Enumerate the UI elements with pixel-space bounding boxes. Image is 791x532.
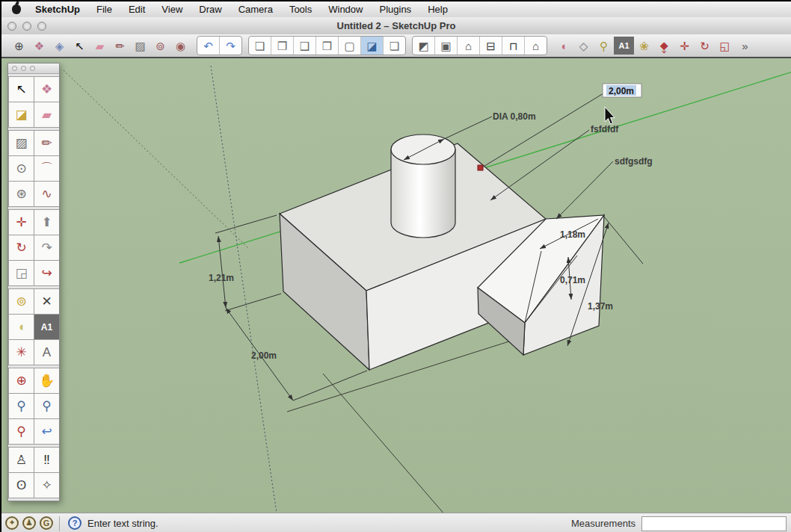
note1-label[interactable]: fsfdfdf xyxy=(591,124,619,134)
axes-tool-icon[interactable]: ✳ xyxy=(9,340,34,365)
view-back-icon[interactable]: ⊟ xyxy=(480,37,502,55)
menu-item-plugins[interactable]: Plugins xyxy=(371,1,419,17)
rotate-tool-icon[interactable]: ↻ xyxy=(9,235,34,260)
look-around-tool-icon[interactable]: ʘ xyxy=(9,473,34,498)
make-component-icon[interactable]: ❖ xyxy=(29,37,49,55)
menu-item-help[interactable]: Help xyxy=(419,1,456,17)
menu-item-file[interactable]: File xyxy=(88,1,120,17)
view-front-icon[interactable]: ⌂ xyxy=(458,37,480,55)
paint-bucket-tool-icon[interactable]: ◪ xyxy=(9,102,34,127)
dim-137-label[interactable]: 1,37m xyxy=(588,301,613,312)
follow-me-tool-icon[interactable]: ↷ xyxy=(34,235,59,260)
position-camera-tool-icon[interactable]: ♙ xyxy=(9,448,34,472)
move-tool-icon[interactable]: ✛ xyxy=(9,210,34,235)
menu-item-window[interactable]: Window xyxy=(320,1,371,17)
menu-item-view[interactable]: View xyxy=(153,1,191,17)
palette-minimize-icon[interactable] xyxy=(21,66,26,71)
scale-tool-icon[interactable]: ◲ xyxy=(9,261,34,285)
palette-close-icon[interactable] xyxy=(12,66,17,71)
push-pull-tool-icon[interactable]: ⬆ xyxy=(34,210,59,235)
freehand-tool-icon[interactable]: ∿ xyxy=(34,182,59,206)
palette-title-bar[interactable] xyxy=(8,64,59,74)
redo-icon[interactable]: ↷ xyxy=(220,37,241,55)
eraser-icon[interactable]: ▰ xyxy=(90,37,110,55)
zoom-tool-icon[interactable]: ⚲ xyxy=(594,37,614,55)
section-plane-icon[interactable]: ◇ xyxy=(573,37,594,55)
style-xray-icon[interactable]: ◪ xyxy=(361,37,384,55)
paint-styles-icon[interactable]: ❀ xyxy=(634,37,654,55)
circle-tool-icon[interactable]: ⊙ xyxy=(9,156,34,181)
style-monochrome-icon[interactable]: ▢ xyxy=(339,37,361,55)
model-scene[interactable]: DIA 0,80m fsfdfdf sdfgsdfg 1,18m 0,71m 1… xyxy=(1,58,791,513)
measurements-input[interactable] xyxy=(641,516,787,531)
polygon-tool-icon[interactable]: ⊛ xyxy=(9,182,34,206)
palette-zoom-icon[interactable] xyxy=(30,66,35,71)
text-edit-value[interactable]: 2,00m xyxy=(609,86,634,96)
menu-item-camera[interactable]: Camera xyxy=(230,1,281,17)
protractor-tool-icon[interactable]: ◖ xyxy=(9,315,34,339)
note2-label[interactable]: sdfgsdfg xyxy=(615,156,653,167)
component-browser-icon[interactable]: ◈ xyxy=(49,37,70,55)
menu-item-draw[interactable]: Draw xyxy=(191,1,230,17)
section-compass-tool-icon[interactable]: ✧ xyxy=(34,473,59,498)
eraser-tool-icon[interactable]: ▰ xyxy=(34,102,59,127)
dim-121-label[interactable]: 1,21m xyxy=(209,273,234,283)
line-icon[interactable]: ✏ xyxy=(110,37,130,55)
select-tool-icon[interactable]: ↖ xyxy=(9,77,34,102)
help-icon[interactable]: ? xyxy=(68,516,81,530)
scale-window-icon[interactable]: ◱ xyxy=(715,37,735,55)
toolbar-overflow-icon[interactable]: » xyxy=(735,37,755,55)
rectangle-icon[interactable]: ▨ xyxy=(130,37,150,55)
leader-anchor-marker[interactable] xyxy=(478,165,483,170)
walk-tool-icon[interactable]: ‼ xyxy=(34,448,59,472)
zoom-palette-icon[interactable]: ⚲ xyxy=(9,394,34,418)
orbit-tool-icon[interactable]: ⊕ xyxy=(9,368,34,393)
dim-118-label[interactable]: 1,18m xyxy=(560,229,585,240)
tape-measure-tool-icon[interactable]: ⊚ xyxy=(9,289,34,314)
zoom-extents-tool-icon[interactable]: ⚲ xyxy=(9,419,34,444)
view-iso-icon[interactable]: ◩ xyxy=(413,37,435,55)
protractor-icon[interactable]: ◖ xyxy=(553,37,573,55)
geo-g-icon[interactable]: G xyxy=(40,516,53,530)
select-icon[interactable]: ↖ xyxy=(70,37,90,55)
offset-tool-icon[interactable]: ↪ xyxy=(34,261,59,285)
user-credit-icon[interactable]: ♟ xyxy=(22,516,36,530)
3d-text-tool-icon[interactable]: A xyxy=(34,340,59,365)
menu-item-sketchup[interactable]: SketchUp xyxy=(27,1,88,17)
rectangle-tool-icon[interactable]: ▨ xyxy=(9,131,34,155)
line-tool-icon[interactable]: ✏ xyxy=(34,131,59,155)
view-right-icon[interactable]: ⌂ xyxy=(525,37,547,55)
style-shaded-icon[interactable]: ❑ xyxy=(294,37,316,55)
style-shaded-textures-icon[interactable]: ❒ xyxy=(316,37,339,55)
previous-view-tool-icon[interactable]: ↩ xyxy=(34,419,59,444)
circle-icon[interactable]: ⊚ xyxy=(150,37,170,55)
sandbox-icon[interactable]: ⧪ xyxy=(654,37,674,55)
move-icon[interactable]: ✛ xyxy=(674,37,695,55)
dotted-axis-back[interactable] xyxy=(64,70,248,248)
style-back-edges-icon[interactable]: ❏ xyxy=(384,37,405,55)
pan-tool-icon[interactable]: ✋ xyxy=(34,368,59,393)
zoom-window-tool-icon[interactable]: ⚲ xyxy=(34,394,59,418)
rotate-icon[interactable]: ↻ xyxy=(695,37,715,55)
view-top-icon[interactable]: ▣ xyxy=(435,37,458,55)
undo-icon[interactable]: ↶ xyxy=(197,37,220,55)
style-hidden-line-icon[interactable]: ❐ xyxy=(271,37,294,55)
credit-bulb-icon[interactable]: ✦ xyxy=(5,516,19,530)
style-wireframe-icon[interactable]: ❏ xyxy=(249,37,271,55)
make-component-tool-icon[interactable]: ❖ xyxy=(34,77,59,102)
text-tool-icon[interactable]: A1 xyxy=(614,37,634,55)
menu-item-tools[interactable]: Tools xyxy=(281,1,320,17)
navigation-orbit-icon[interactable]: ⊕ xyxy=(9,37,29,55)
dim-071-label[interactable]: 0,71m xyxy=(560,275,585,285)
dia-label[interactable]: DIA 0,80m xyxy=(493,111,536,122)
title-bar[interactable]: Untitled 2 – SketchUp Pro xyxy=(1,17,791,35)
dotted-axis-vertical[interactable] xyxy=(211,66,280,513)
dim-200-label[interactable]: 2,00m xyxy=(251,350,277,361)
menu-item-edit[interactable]: Edit xyxy=(120,1,153,17)
arc-tool-icon[interactable]: ⌒ xyxy=(34,156,59,181)
polygon-icon[interactable]: ◉ xyxy=(170,37,191,55)
apple-menu-icon[interactable] xyxy=(12,4,21,14)
dimension-tool-icon[interactable]: ✕ xyxy=(34,289,59,314)
text-tool-palette-icon[interactable]: A1 xyxy=(34,315,59,339)
drawing-canvas[interactable]: DIA 0,80m fsfdfdf sdfgsdfg 1,18m 0,71m 1… xyxy=(1,58,791,513)
